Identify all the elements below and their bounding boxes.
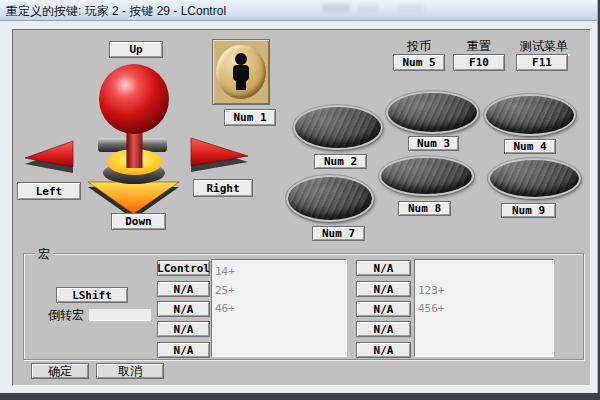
desktop-background: 重定义的按键: 玩家 2 - 按键 29 - LControl xyxy=(0,0,600,400)
left-arrow-icon[interactable] xyxy=(25,141,73,173)
player-start-button[interactable] xyxy=(212,39,270,105)
reverse-macro-field[interactable] xyxy=(89,309,151,320)
reset-label: 重置 xyxy=(451,38,507,52)
arcade-button-8[interactable] xyxy=(379,156,474,196)
cancel-button[interactable]: 取消 xyxy=(96,363,164,379)
test-menu-key-button[interactable]: F11 xyxy=(516,54,568,71)
content-panel: Up Left Right Down Num 1 投币 Num 5 重置 F10 xyxy=(12,29,591,386)
arcade-button-2[interactable] xyxy=(293,105,383,150)
reset-key-button[interactable]: F10 xyxy=(453,54,505,71)
titlebar-ghost-artifact xyxy=(398,5,424,13)
macro-slot-button[interactable]: N/A xyxy=(157,321,210,337)
key-num7-button[interactable]: Num 7 xyxy=(312,226,365,241)
window-title: 重定义的按键: 玩家 2 - 按键 29 - LControl xyxy=(6,3,226,20)
macro-slot-button[interactable]: N/A xyxy=(157,301,210,317)
key-num2-button[interactable]: Num 2 xyxy=(314,154,367,169)
coin-key-button[interactable]: Num 5 xyxy=(393,54,445,71)
coin-label: 投币 xyxy=(391,38,447,52)
arcade-button-3[interactable] xyxy=(386,91,479,134)
reverse-macro-label: 倒转宏 xyxy=(48,307,84,324)
test-menu-label: 测试菜单 xyxy=(512,38,576,52)
titlebar-ghost-artifact xyxy=(358,5,378,13)
player-icon xyxy=(216,45,266,99)
up-key-button[interactable]: Up xyxy=(109,41,163,58)
macro-slot-button[interactable]: N/A xyxy=(356,301,411,317)
titlebar-ghost-artifact xyxy=(322,4,350,13)
dialog-window: 重定义的按键: 玩家 2 - 按键 29 - LControl xyxy=(0,0,598,393)
macro-slot-button[interactable]: N/A xyxy=(157,342,210,358)
ok-button[interactable]: 确定 xyxy=(31,363,89,379)
key-num8-button[interactable]: Num 8 xyxy=(398,201,451,216)
arcade-button-9[interactable] xyxy=(488,158,581,199)
player-key-button[interactable]: Num 1 xyxy=(224,109,276,126)
macro-slot-button[interactable]: N/A xyxy=(157,281,210,297)
macro-left-textarea[interactable]: 14+ 25+ 46+ xyxy=(211,259,347,357)
arcade-button-7[interactable] xyxy=(286,175,374,222)
right-key-button[interactable]: Right xyxy=(193,179,253,197)
key-num3-button[interactable]: Num 3 xyxy=(408,136,459,151)
macro-slot-button[interactable]: N/A xyxy=(356,281,411,297)
down-key-button[interactable]: Down xyxy=(111,213,166,230)
key-num9-button[interactable]: Num 9 xyxy=(501,203,556,218)
macro-slot-button[interactable]: N/A xyxy=(356,342,411,358)
person-icon xyxy=(216,45,266,99)
macro-slot-button[interactable]: LControl xyxy=(157,260,210,276)
macro-slot-button[interactable]: N/A xyxy=(356,260,411,276)
arcade-button-4[interactable] xyxy=(484,94,576,136)
joystick-ball[interactable] xyxy=(99,64,169,134)
macro-right-textarea[interactable]: 123+ 456+ xyxy=(414,259,554,357)
right-arrow-icon[interactable] xyxy=(191,138,248,172)
macro-group-label: 宏 xyxy=(35,246,53,263)
key-num4-button[interactable]: Num 4 xyxy=(504,139,556,154)
left-key-button[interactable]: Left xyxy=(17,182,81,200)
macro-slot-button[interactable]: N/A xyxy=(356,321,411,337)
macro-shift-key-button[interactable]: LShift xyxy=(56,287,128,303)
titlebar[interactable]: 重定义的按键: 玩家 2 - 按键 29 - LControl xyxy=(0,0,597,21)
